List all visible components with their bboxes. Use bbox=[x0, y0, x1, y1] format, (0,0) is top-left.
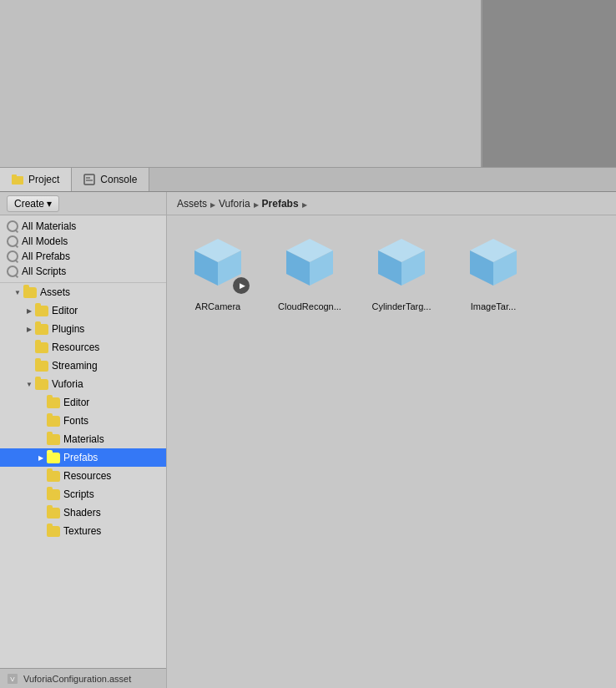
label-resources2: Resources bbox=[63, 470, 111, 482]
search-all-scripts[interactable]: All Scripts bbox=[0, 264, 166, 279]
asset-cloudrecogn[interactable]: CloudRecogn... bbox=[272, 229, 347, 312]
folder-icon-scripts bbox=[47, 489, 60, 500]
folder-icon-prefabs bbox=[47, 453, 60, 463]
tree-item-plugins[interactable]: Plugins bbox=[0, 320, 166, 338]
label-materials: Materials bbox=[63, 433, 104, 445]
label-fonts: Fonts bbox=[63, 415, 88, 427]
cube-imagetar bbox=[463, 232, 523, 292]
breadcrumb-sep-2 bbox=[254, 198, 259, 210]
folder-icon-assets bbox=[23, 287, 37, 298]
label-streaming: Streaming bbox=[52, 360, 98, 372]
svg-rect-1 bbox=[12, 175, 17, 178]
tab-bar: Project Console bbox=[0, 167, 616, 192]
folder-icon-fonts bbox=[47, 416, 60, 427]
scene-view bbox=[0, 0, 616, 167]
svg-rect-2 bbox=[84, 175, 94, 185]
breadcrumb-vuforia[interactable]: Vuforia bbox=[219, 198, 250, 210]
arrow-assets bbox=[13, 288, 22, 296]
tree-item-fonts[interactable]: Fonts bbox=[0, 412, 166, 430]
label-shaders: Shaders bbox=[63, 507, 101, 519]
tree-item-editor[interactable]: Editor bbox=[0, 301, 166, 320]
create-label: Create bbox=[14, 198, 44, 210]
search-icon-scripts bbox=[7, 266, 18, 277]
search-all-models[interactable]: All Models bbox=[0, 234, 166, 249]
search-icon-models bbox=[7, 235, 18, 247]
folder-icon-resources bbox=[35, 342, 48, 353]
breadcrumb-assets[interactable]: Assets bbox=[177, 198, 207, 210]
label-scripts: Scripts bbox=[63, 488, 94, 500]
breadcrumb-sep-3 bbox=[302, 198, 307, 210]
asset-arcamera[interactable]: ARCamera bbox=[180, 229, 255, 312]
label-prefabs: Prefabs bbox=[63, 452, 98, 463]
tree-item-scripts[interactable]: Scripts bbox=[0, 485, 166, 503]
asset-label-cylindertarg: CylinderTarg... bbox=[372, 301, 432, 312]
search-label-materials: All Materials bbox=[22, 220, 76, 232]
cube-cloudrecogn bbox=[280, 232, 340, 292]
breadcrumb-sep-1 bbox=[210, 198, 215, 210]
tree-item-resources2[interactable]: Resources bbox=[0, 467, 166, 485]
sidebar: Create ▾ All Materials All Models All Pr… bbox=[0, 192, 167, 688]
asset-grid: ARCamera CloudRecogn... bbox=[167, 215, 616, 688]
cube-cylindertarg bbox=[371, 232, 432, 292]
folder-tab-icon bbox=[12, 174, 23, 185]
project-panel: Create ▾ All Materials All Models All Pr… bbox=[0, 192, 616, 688]
label-vuforia-editor: Editor bbox=[63, 397, 89, 408]
folder-icon-editor bbox=[35, 306, 48, 316]
tree-item-assets[interactable]: Assets bbox=[0, 283, 166, 301]
search-label-scripts: All Scripts bbox=[22, 266, 66, 277]
tab-console[interactable]: Console bbox=[72, 168, 149, 191]
vuforia-bottom-icon: V bbox=[7, 673, 18, 685]
tree-item-materials[interactable]: Materials bbox=[0, 430, 166, 448]
tab-project[interactable]: Project bbox=[0, 168, 72, 191]
label-plugins: Plugins bbox=[52, 323, 84, 335]
label-textures: Textures bbox=[63, 525, 101, 537]
breadcrumb: Assets Vuforia Prefabs bbox=[167, 192, 616, 215]
tree-item-streaming[interactable]: Streaming bbox=[0, 357, 166, 375]
folder-icon-vuforia-editor bbox=[47, 397, 60, 408]
breadcrumb-prefabs[interactable]: Prefabs bbox=[262, 198, 299, 210]
svg-text:V: V bbox=[10, 675, 15, 683]
sidebar-bottom-bar: V VuforiaConfiguration.asset bbox=[0, 668, 166, 688]
tree-item-shaders[interactable]: Shaders bbox=[0, 503, 166, 522]
search-icon-prefabs bbox=[7, 250, 18, 262]
folder-icon-materials bbox=[47, 434, 60, 445]
asset-icon-arcamera bbox=[184, 229, 251, 296]
label-editor: Editor bbox=[52, 305, 78, 316]
tree-item-vuforia[interactable]: Vuforia bbox=[0, 375, 166, 393]
search-label-prefabs: All Prefabs bbox=[22, 250, 70, 262]
folder-icon-shaders bbox=[47, 508, 60, 519]
asset-imagetar[interactable]: ImageTar... bbox=[456, 229, 531, 312]
arrow-plugins bbox=[25, 325, 33, 333]
tree-item-resources[interactable]: Resources bbox=[0, 338, 166, 357]
create-dropdown-arrow: ▾ bbox=[47, 198, 52, 210]
create-button[interactable]: Create ▾ bbox=[7, 195, 59, 212]
tab-project-label: Project bbox=[28, 174, 59, 185]
folder-icon-streaming bbox=[35, 361, 48, 372]
asset-icon-cloudrecogn bbox=[276, 229, 343, 296]
search-all-prefabs[interactable]: All Prefabs bbox=[0, 249, 166, 264]
tree-item-vuforia-editor[interactable]: Editor bbox=[0, 393, 166, 412]
scene-side bbox=[482, 0, 616, 167]
search-label-models: All Models bbox=[22, 235, 68, 247]
tree-item-textures[interactable]: Textures bbox=[0, 522, 166, 540]
play-overlay-arcamera bbox=[233, 277, 250, 294]
search-icon-materials bbox=[7, 220, 18, 232]
content-area: Assets Vuforia Prefabs bbox=[167, 192, 616, 688]
asset-cylindertarg[interactable]: CylinderTarg... bbox=[364, 229, 439, 312]
folder-icon-vuforia bbox=[35, 379, 48, 390]
tree-item-prefabs[interactable]: Prefabs bbox=[0, 448, 166, 467]
folder-icon-plugins bbox=[35, 324, 48, 335]
asset-label-cloudrecogn: CloudRecogn... bbox=[278, 301, 341, 312]
asset-icon-cylindertarg bbox=[368, 229, 435, 296]
scene-main bbox=[0, 0, 482, 167]
search-all-materials[interactable]: All Materials bbox=[0, 219, 166, 234]
folder-icon-textures bbox=[47, 526, 60, 537]
tab-console-label: Console bbox=[100, 174, 137, 185]
label-resources: Resources bbox=[52, 341, 99, 353]
bottom-bar-label: VuforiaConfiguration.asset bbox=[23, 674, 131, 684]
asset-label-imagetar: ImageTar... bbox=[471, 301, 516, 312]
asset-label-arcamera: ARCamera bbox=[195, 301, 240, 312]
arrow-prefabs bbox=[37, 453, 45, 462]
search-items: All Materials All Models All Prefabs All… bbox=[0, 215, 166, 283]
label-vuforia: Vuforia bbox=[52, 378, 83, 390]
